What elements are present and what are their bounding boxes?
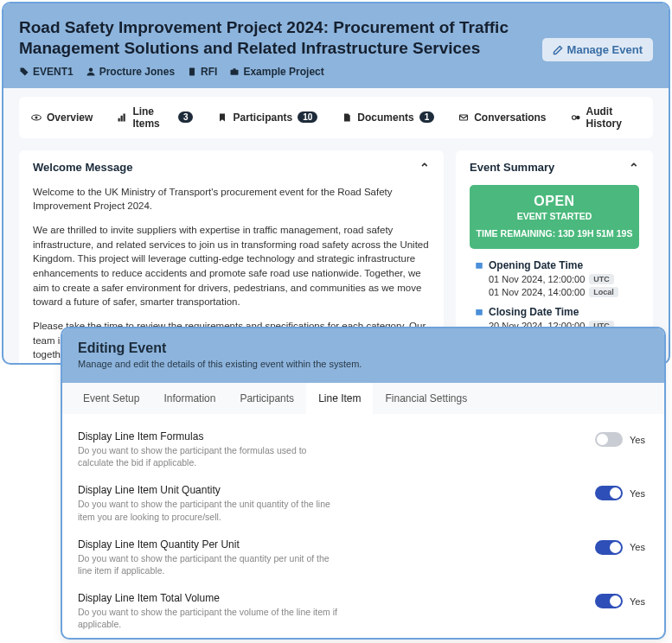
modal-tabs: Event Setup Information Participants Lin… bbox=[62, 383, 664, 414]
svg-rect-9 bbox=[460, 115, 468, 120]
tab-badge: 10 bbox=[298, 111, 317, 123]
setting-total-volume: Display Line Item Total Volume Do you wa… bbox=[78, 584, 649, 638]
toggle-text: Yes bbox=[630, 596, 645, 607]
svg-rect-2 bbox=[231, 69, 239, 74]
event-meta: EVENT1 Procture Jones RFI Example Projec… bbox=[19, 66, 653, 78]
chart-icon bbox=[117, 112, 127, 123]
pencil-icon bbox=[553, 45, 563, 55]
svg-point-10 bbox=[572, 115, 576, 119]
calendar-open-icon bbox=[475, 261, 483, 270]
tab-documents[interactable]: Documents 1 bbox=[330, 97, 446, 138]
svg-rect-1 bbox=[189, 67, 195, 75]
status-subtitle: EVENT STARTED bbox=[475, 211, 634, 221]
tab-conversations[interactable]: Conversations bbox=[446, 97, 558, 138]
setting-desc: Do you want to show the participant the … bbox=[78, 606, 337, 630]
bookmark-icon bbox=[217, 112, 227, 123]
editing-event-modal: Editing Event Manage and edit the detail… bbox=[61, 327, 666, 640]
svg-rect-6 bbox=[118, 118, 120, 121]
document-icon bbox=[342, 112, 352, 123]
tab-label: Overview bbox=[47, 111, 93, 124]
toggle-text: Yes bbox=[630, 542, 645, 552]
history-icon bbox=[571, 112, 581, 123]
toggle-text: Yes bbox=[630, 488, 645, 499]
setting-unit-quantity: Display Line Item Unit Quantity Do you w… bbox=[78, 476, 649, 530]
event-header: Road Safety Improvement Project 2024: Pr… bbox=[3, 3, 669, 88]
modal-subtitle: Manage and edit the details of this exis… bbox=[78, 359, 649, 369]
modal-tab-participants[interactable]: Participants bbox=[227, 383, 306, 414]
welcome-header[interactable]: Welcome Message ⌃ bbox=[33, 161, 430, 175]
tz-local-badge: Local bbox=[589, 287, 618, 297]
meta-event-tag: EVENT1 bbox=[19, 66, 74, 78]
svg-point-0 bbox=[88, 67, 93, 72]
svg-point-11 bbox=[576, 115, 580, 119]
mail-icon bbox=[458, 112, 469, 123]
tab-label: Line Items bbox=[132, 105, 173, 130]
status-title: OPEN bbox=[475, 194, 634, 209]
meta-owner: Procture Jones bbox=[86, 66, 175, 78]
setting-desc: Do you want to show the participant the … bbox=[78, 498, 337, 522]
modal-body: Display Line Item Formulas Do you want t… bbox=[62, 414, 664, 640]
opening-date-block: Opening Date Time 01 Nov 2024, 12:00:00 … bbox=[470, 259, 639, 297]
manage-event-button[interactable]: Manage Event bbox=[542, 38, 653, 61]
setting-desc: Do you want to show the participant the … bbox=[78, 444, 337, 468]
tz-utc-badge: UTC bbox=[589, 274, 614, 284]
closing-label: Closing Date Time bbox=[489, 306, 579, 318]
svg-rect-8 bbox=[124, 113, 125, 121]
modal-title: Editing Event bbox=[78, 341, 649, 356]
tab-line-items[interactable]: Line Items 3 bbox=[105, 97, 205, 138]
setting-label: Display Line Item Unit Quantity bbox=[78, 484, 569, 496]
svg-rect-7 bbox=[121, 115, 123, 121]
modal-header: Editing Event Manage and edit the detail… bbox=[62, 328, 664, 383]
event-main-panel: Road Safety Improvement Project 2024: Pr… bbox=[2, 2, 670, 365]
toggle-quantity-per-unit[interactable] bbox=[595, 540, 623, 555]
toggle-unit-quantity[interactable] bbox=[595, 486, 623, 500]
summary-header[interactable]: Event Summary ⌃ bbox=[470, 161, 639, 175]
svg-rect-12 bbox=[476, 262, 483, 268]
setting-formulas: Display Line Item Formulas Do you want t… bbox=[78, 423, 649, 476]
meta-event-tag-text: EVENT1 bbox=[33, 66, 74, 78]
svg-rect-13 bbox=[476, 309, 483, 315]
opening-local: 01 Nov 2024, 14:00:00 bbox=[489, 287, 585, 297]
main-tabs: Overview Line Items 3 Participants 10 Do… bbox=[19, 97, 653, 138]
tab-badge: 3 bbox=[178, 111, 194, 123]
modal-tab-financial-settings[interactable]: Financial Settings bbox=[373, 383, 479, 414]
chevron-up-icon: ⌃ bbox=[629, 161, 639, 175]
calendar-close-icon bbox=[475, 308, 483, 316]
setting-label: Display Line Item Quantity Per Unit bbox=[78, 538, 569, 551]
tab-label: Participants bbox=[233, 111, 292, 124]
meta-project-text: Example Project bbox=[243, 66, 323, 78]
tab-audit-history[interactable]: Audit History bbox=[559, 97, 653, 138]
tab-label: Conversations bbox=[474, 111, 546, 124]
opening-utc: 01 Nov 2024, 12:00:00 bbox=[489, 274, 585, 284]
briefcase-icon bbox=[229, 67, 240, 77]
meta-project: Example Project bbox=[229, 66, 323, 78]
welcome-p2: We are thrilled to invite suppliers with… bbox=[33, 223, 430, 309]
user-icon bbox=[86, 67, 96, 77]
status-box: OPEN EVENT STARTED TIME REMAINING: 13D 1… bbox=[470, 185, 639, 249]
meta-type-text: RFI bbox=[201, 66, 217, 78]
manage-event-label: Manage Event bbox=[567, 43, 643, 56]
welcome-title: Welcome Message bbox=[33, 161, 132, 174]
svg-point-5 bbox=[35, 116, 38, 118]
modal-tab-event-setup[interactable]: Event Setup bbox=[71, 383, 151, 414]
toggle-formulas[interactable] bbox=[595, 432, 623, 447]
tab-overview[interactable]: Overview bbox=[19, 97, 105, 138]
setting-quantity-per-unit: Display Line Item Quantity Per Unit Do y… bbox=[78, 531, 649, 584]
eye-icon bbox=[31, 112, 42, 123]
setting-desc: Do you want to show the participant the … bbox=[78, 552, 337, 576]
toggle-text: Yes bbox=[630, 435, 645, 445]
meta-owner-text: Procture Jones bbox=[99, 66, 175, 78]
opening-label: Opening Date Time bbox=[489, 259, 583, 271]
meta-type: RFI bbox=[187, 66, 217, 78]
welcome-p1: Welcome to the UK Ministry of Transport'… bbox=[33, 185, 430, 213]
tab-label: Documents bbox=[357, 111, 413, 124]
tag-icon bbox=[19, 67, 29, 77]
modal-tab-information[interactable]: Information bbox=[151, 383, 227, 414]
status-time-remaining: TIME REMAINING: 13D 19H 51M 19S bbox=[475, 228, 634, 239]
tab-participants[interactable]: Participants 10 bbox=[205, 97, 330, 138]
clipboard-icon bbox=[187, 67, 197, 77]
setting-label: Display Line Item Total Volume bbox=[78, 592, 569, 604]
summary-title: Event Summary bbox=[470, 161, 554, 174]
toggle-total-volume[interactable] bbox=[595, 594, 623, 608]
modal-tab-line-item[interactable]: Line Item bbox=[306, 383, 373, 414]
